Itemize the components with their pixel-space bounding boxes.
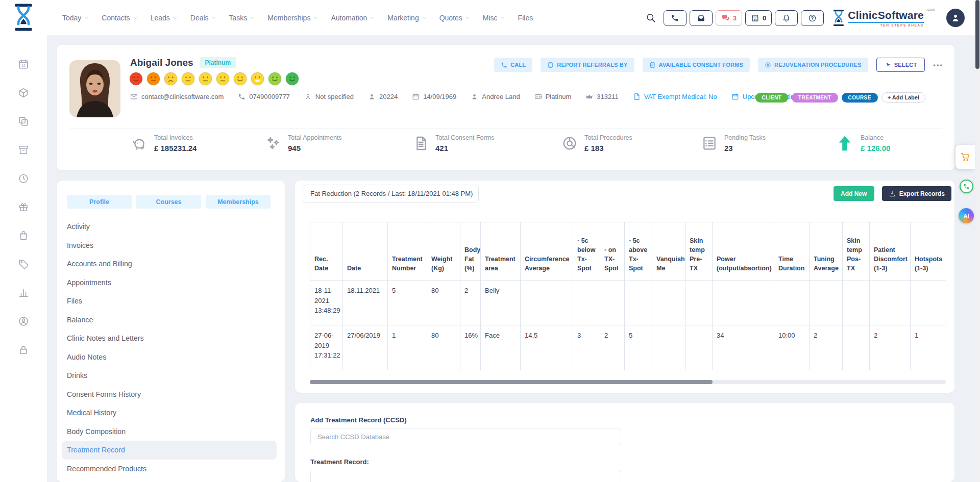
sidebar-item-clinic-notes-and-letters[interactable]: Clinic Notes and Letters <box>57 329 285 348</box>
nav-item-leads[interactable]: Leads <box>151 14 178 22</box>
nav-item-deals[interactable]: Deals <box>190 14 216 22</box>
help-button[interactable] <box>801 10 824 26</box>
sidebar-item-audio-notes[interactable]: Audio Notes <box>57 348 285 367</box>
table-cell <box>625 281 652 325</box>
phone-button[interactable] <box>664 10 687 26</box>
add-label-button[interactable]: + Add Label <box>881 92 925 103</box>
column-header: - on TX-Spot <box>600 222 625 281</box>
sidebar-item-appointments[interactable]: Appointments <box>57 273 285 292</box>
nav-item-marketing[interactable]: Marketing <box>387 14 426 22</box>
nav-item-misc[interactable]: Misc <box>483 14 505 22</box>
calendar-date-icon[interactable]: 12 <box>0 50 47 79</box>
sidebar-item-recommended-products[interactable]: Recommended Products <box>57 460 285 478</box>
table-row[interactable]: 27-06-2019 17:31:2227/06/201918016%Face1… <box>310 325 946 370</box>
mood-emoji-10[interactable] <box>285 71 300 88</box>
sidebar-item-activity[interactable]: Activity <box>57 217 285 236</box>
brand-tld: .com <box>926 7 935 12</box>
store-button[interactable]: 0 <box>745 10 772 26</box>
sidebar-item-accounts-and-billing[interactable]: Accounts and Billing <box>57 255 285 273</box>
sidebar-item-invoices[interactable]: Invoices <box>57 236 285 255</box>
inbox-icon <box>697 14 705 22</box>
ccsd-search-input[interactable] <box>310 428 621 445</box>
call-float-button[interactable] <box>960 180 973 193</box>
table-cell: 1 <box>388 325 427 370</box>
history-icon[interactable] <box>0 164 47 193</box>
tab-memberships[interactable]: Memberships <box>206 195 271 209</box>
available-consent-forms-button[interactable]: AVAILABLE CONSENT FORMS <box>643 58 750 72</box>
support-icon[interactable] <box>0 307 47 336</box>
table-cell <box>600 281 625 325</box>
call-button[interactable]: CALL <box>494 58 532 72</box>
price-tag-icon[interactable] <box>0 250 47 278</box>
table-cell <box>685 325 713 370</box>
page-scrollbar[interactable] <box>975 0 980 482</box>
record-type-select[interactable]: Fat Reduction (2 Records / Last: 18/11/2… <box>303 185 479 203</box>
more-actions-button[interactable]: ••• <box>933 61 943 69</box>
search-icon[interactable] <box>646 13 656 23</box>
nav-item-contacts[interactable]: Contacts <box>102 14 137 22</box>
cart-tab[interactable] <box>955 145 975 169</box>
donut-chart-icon <box>561 135 578 151</box>
add-new-button[interactable]: Add New <box>834 186 874 201</box>
client-vat-exempt[interactable]: VAT Exempt Medical: No <box>633 93 717 100</box>
mood-emoji-3[interactable] <box>163 71 178 88</box>
treatment-record-input[interactable] <box>310 470 621 482</box>
person-icon <box>950 13 961 23</box>
brand-logo[interactable]: ClinicSoftware .com TEN STEPS AHEAD <box>832 9 935 27</box>
sidebar-item-balance[interactable]: Balance <box>57 311 285 329</box>
mood-emoji-8[interactable] <box>250 71 265 88</box>
mood-emoji-2[interactable] <box>146 71 161 88</box>
sidebar-item-drinks[interactable]: Drinks <box>57 366 285 385</box>
chevron-down-icon <box>250 15 255 20</box>
tab-courses[interactable]: Courses <box>136 195 201 209</box>
nav-item-today[interactable]: Today <box>62 14 89 22</box>
cube-icon[interactable] <box>0 79 47 107</box>
table-horizontal-scrollbar[interactable] <box>310 380 946 384</box>
sidebar-item-body-composition[interactable]: Body Composition <box>57 422 285 441</box>
ai-assistant-button[interactable]: AI <box>959 208 974 223</box>
lock-icon[interactable] <box>0 336 47 364</box>
inbox-button[interactable] <box>690 10 713 26</box>
client-referrer: Andree Land <box>471 93 520 100</box>
mood-emoji-4[interactable] <box>181 71 195 88</box>
nav-item-tasks[interactable]: Tasks <box>229 14 255 22</box>
page-scrollbar-thumb[interactable] <box>975 0 979 69</box>
client-loyalty-points: 313211 <box>585 93 618 100</box>
notifications-button[interactable] <box>775 10 798 26</box>
sidebar-item-files[interactable]: Files <box>57 292 285 311</box>
archive-box-icon[interactable] <box>0 136 47 164</box>
clinicsoftware-logo[interactable] <box>12 3 35 32</box>
shopping-bag-icon[interactable] <box>0 221 47 250</box>
stat-total-consent-forms: Total Consent Forms421 <box>412 134 494 153</box>
bar-chart-icon[interactable] <box>0 278 47 307</box>
copy-icon[interactable] <box>0 107 47 136</box>
scrollbar-thumb[interactable] <box>310 380 713 384</box>
report-referrals-button[interactable]: REPORT REFERRALS BY <box>541 58 634 72</box>
mood-emoji-1[interactable] <box>129 71 143 88</box>
nav-item-automation[interactable]: Automation <box>331 14 375 22</box>
client-phone[interactable]: 07490009777 <box>238 93 290 100</box>
client-email[interactable]: contact@clinicsoftware.com <box>130 93 224 100</box>
sidebar-item-consent-forms-history[interactable]: Consent Forms History <box>57 385 285 404</box>
select-button[interactable]: SELECT <box>876 58 925 72</box>
nav-item-quotes[interactable]: Quotes <box>439 14 470 22</box>
column-header: - 5c below Tx-Spot <box>573 222 600 281</box>
chat-button[interactable]: 3 <box>716 10 742 26</box>
mood-emoji-7[interactable] <box>233 71 248 88</box>
nav-item-files[interactable]: Files <box>518 14 533 22</box>
user-avatar-button[interactable] <box>946 9 965 27</box>
nav-item-memberships[interactable]: Memberships <box>267 14 318 22</box>
sidebar-item-medical-history[interactable]: Medical History <box>57 403 285 422</box>
brand-tagline: TEN STEPS AHEAD <box>848 22 924 27</box>
mood-emoji-9[interactable] <box>267 71 282 88</box>
gift-icon[interactable] <box>0 193 47 221</box>
sidebar-item-treatment-record[interactable]: Treatment Record <box>62 441 277 460</box>
table-cell: 2 <box>600 325 625 370</box>
tab-profile[interactable]: Profile <box>67 195 132 209</box>
mood-emoji-6[interactable] <box>215 71 230 88</box>
table-row[interactable]: 18-11-2021 13:48:2918.11.20215802Belly <box>310 281 946 325</box>
mood-emoji-5[interactable] <box>198 71 213 88</box>
rejuvenation-procedures-button[interactable]: REJUVENATION PROCEDURES <box>758 58 868 72</box>
chevron-down-icon <box>173 15 178 20</box>
export-records-button[interactable]: Export Records <box>882 186 951 201</box>
